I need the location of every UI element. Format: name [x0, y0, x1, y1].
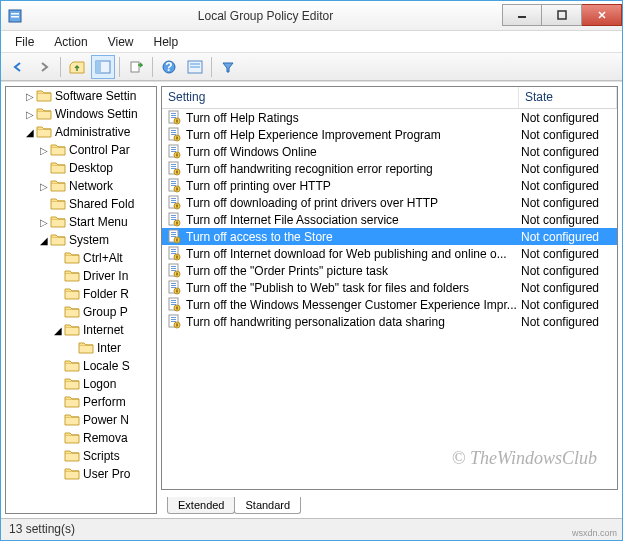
tree-node[interactable]: Group P [6, 303, 156, 321]
collapse-icon[interactable]: ◢ [52, 325, 64, 336]
tab-extended[interactable]: Extended [167, 497, 235, 514]
setting-state: Not configured [521, 315, 617, 329]
tree-label: Ctrl+Alt [83, 251, 123, 265]
tree-label: Inter [97, 341, 121, 355]
svg-rect-7 [131, 62, 139, 72]
tree-node[interactable]: ▷Network [6, 177, 156, 195]
tree-node[interactable]: ◢Internet [6, 321, 156, 339]
tree-node[interactable]: Folder R [6, 285, 156, 303]
setting-state: Not configured [521, 264, 617, 278]
setting-row[interactable]: Turn off Help Experience Improvement Pro… [162, 126, 617, 143]
setting-row[interactable]: Turn off Windows OnlineNot configured [162, 143, 617, 160]
titlebar[interactable]: Local Group Policy Editor [1, 1, 622, 31]
tree-node[interactable]: Locale S [6, 357, 156, 375]
tree-node[interactable]: ▷Software Settin [6, 87, 156, 105]
tree-node[interactable]: ▷Windows Settin [6, 105, 156, 123]
setting-row[interactable]: Turn off printing over HTTPNot configure… [162, 177, 617, 194]
export-button[interactable] [124, 55, 148, 79]
show-hide-tree-button[interactable] [91, 55, 115, 79]
column-state[interactable]: State [519, 87, 617, 108]
setting-row[interactable]: Turn off downloading of print drivers ov… [162, 194, 617, 211]
menubar: File Action View Help [1, 31, 622, 53]
svg-rect-45 [171, 200, 176, 201]
close-button[interactable] [582, 4, 622, 26]
tree-node[interactable]: Shared Fold [6, 195, 156, 213]
tab-standard[interactable]: Standard [234, 497, 301, 514]
folder-icon [50, 233, 66, 247]
svg-rect-4 [558, 11, 566, 19]
tree-node[interactable]: Scripts [6, 447, 156, 465]
menu-file[interactable]: File [5, 33, 44, 51]
window: Local Group Policy Editor File Action Vi… [0, 0, 623, 541]
tree-node[interactable]: Inter [6, 339, 156, 357]
tree-node[interactable]: ◢System [6, 231, 156, 249]
tree-node[interactable]: Remova [6, 429, 156, 447]
expand-icon[interactable]: ▷ [38, 217, 50, 228]
tree-node[interactable]: User Pro [6, 465, 156, 483]
collapse-icon[interactable]: ◢ [24, 127, 36, 138]
setting-row[interactable]: Turn off Help RatingsNot configured [162, 109, 617, 126]
expand-icon[interactable]: ▷ [24, 109, 36, 120]
svg-rect-86 [171, 317, 176, 318]
tree-node[interactable]: Ctrl+Alt [6, 249, 156, 267]
expand-icon[interactable]: ▷ [38, 145, 50, 156]
settings-list[interactable]: Setting State Turn off Help RatingsNot c… [161, 86, 618, 490]
tree-label: User Pro [83, 467, 130, 481]
folder-icon [64, 467, 80, 481]
up-button[interactable] [65, 55, 89, 79]
toolbar-separator [60, 57, 61, 77]
policy-icon [166, 127, 182, 143]
setting-row[interactable]: Turn off Internet File Association servi… [162, 211, 617, 228]
setting-state: Not configured [521, 145, 617, 159]
collapse-icon[interactable]: ◢ [38, 235, 50, 246]
setting-row[interactable]: Turn off handwriting personalization dat… [162, 313, 617, 330]
svg-rect-40 [171, 185, 176, 186]
maximize-button[interactable] [542, 4, 582, 26]
svg-rect-90 [176, 323, 178, 326]
forward-button[interactable] [32, 55, 56, 79]
svg-rect-33 [171, 166, 176, 167]
tree-label: Remova [83, 431, 128, 445]
setting-name: Turn off the Windows Messenger Customer … [186, 298, 521, 312]
window-buttons [502, 5, 622, 26]
expand-icon[interactable]: ▷ [38, 181, 50, 192]
filter-button[interactable] [216, 55, 240, 79]
menu-view[interactable]: View [98, 33, 144, 51]
tree-node[interactable]: ◢Administrative [6, 123, 156, 141]
setting-state: Not configured [521, 230, 617, 244]
tree-node[interactable]: ▷Control Par [6, 141, 156, 159]
setting-row[interactable]: Turn off the "Publish to Web" task for f… [162, 279, 617, 296]
setting-row[interactable]: Turn off the Windows Messenger Customer … [162, 296, 617, 313]
svg-rect-51 [171, 217, 176, 218]
tree-node[interactable]: Perform [6, 393, 156, 411]
svg-rect-2 [11, 16, 19, 18]
column-setting[interactable]: Setting [162, 87, 519, 108]
expand-icon[interactable]: ▷ [24, 91, 36, 102]
toolbar-separator [152, 57, 153, 77]
policy-icon [166, 178, 182, 194]
svg-rect-34 [171, 168, 176, 169]
setting-row[interactable]: Turn off access to the StoreNot configur… [162, 228, 617, 245]
svg-rect-44 [171, 198, 176, 199]
tree-node[interactable]: ▷Start Menu [6, 213, 156, 231]
back-button[interactable] [6, 55, 30, 79]
setting-row[interactable]: Turn off handwriting recognition error r… [162, 160, 617, 177]
menu-action[interactable]: Action [44, 33, 97, 51]
svg-rect-63 [171, 251, 176, 252]
tree-label: Logon [83, 377, 116, 391]
help-button[interactable]: ? [157, 55, 181, 79]
svg-rect-70 [171, 270, 176, 271]
tree-node[interactable]: Power N [6, 411, 156, 429]
setting-row[interactable]: Turn off Internet download for Web publi… [162, 245, 617, 262]
setting-row[interactable]: Turn off the "Order Prints" picture task… [162, 262, 617, 279]
column-headers[interactable]: Setting State [162, 87, 617, 109]
tree-node[interactable]: Logon [6, 375, 156, 393]
svg-rect-64 [171, 253, 176, 254]
tree-node[interactable]: Driver In [6, 267, 156, 285]
tree-pane[interactable]: ▷Software Settin▷Windows Settin◢Administ… [5, 86, 157, 514]
minimize-button[interactable] [502, 4, 542, 26]
properties-button[interactable] [183, 55, 207, 79]
toolbar: ? [1, 53, 622, 81]
tree-node[interactable]: Desktop [6, 159, 156, 177]
menu-help[interactable]: Help [144, 33, 189, 51]
